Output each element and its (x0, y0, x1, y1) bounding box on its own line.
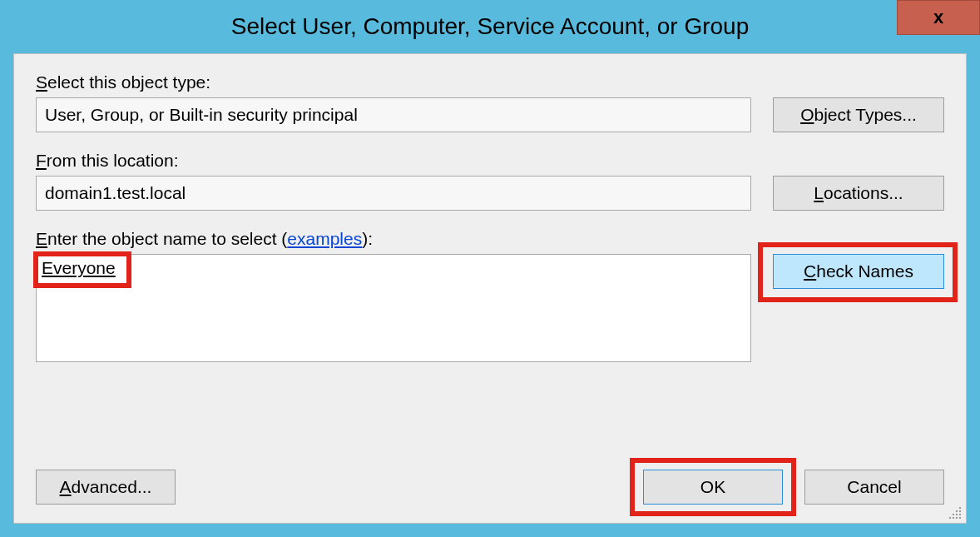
resize-gripper-icon[interactable] (948, 505, 963, 520)
svg-rect-5 (959, 514, 961, 515)
svg-rect-7 (953, 517, 954, 519)
mnemonic: O (800, 105, 814, 124)
mnemonic: C (804, 261, 816, 281)
client-area: Select this object type: User, Group, or… (13, 53, 967, 524)
svg-rect-1 (956, 510, 958, 512)
resolved-object-name: Everyone (42, 258, 116, 278)
window-title: Select User, Computer, Service Account, … (231, 13, 750, 40)
button-label: Cancel (847, 477, 901, 497)
mnemonic: S (36, 72, 47, 92)
object-type-value: User, Group, or Built-in security princi… (45, 105, 358, 125)
location-value: domain1.test.local (45, 183, 186, 203)
mnemonic: L (814, 183, 824, 202)
svg-rect-2 (959, 510, 961, 512)
locations-button[interactable]: Locations... (773, 176, 944, 211)
footer-row: Advanced... OK Cancel (36, 470, 944, 505)
mnemonic: F (36, 151, 47, 170)
ok-button[interactable]: OK (643, 470, 783, 505)
location-label: From this location: (36, 151, 944, 171)
label-text: ): (362, 229, 373, 248)
object-type-field: User, Group, or Built-in security princi… (36, 97, 751, 132)
object-name-label: Enter the object name to select (example… (36, 229, 944, 249)
label-text: nter the object name to select ( (47, 229, 287, 248)
label-text: elect this object type: (47, 72, 210, 92)
mnemonic: A (60, 477, 72, 496)
svg-rect-9 (959, 517, 961, 519)
object-name-input[interactable]: Everyone (36, 254, 751, 362)
titlebar: Select User, Computer, Service Account, … (0, 0, 980, 53)
svg-rect-3 (953, 514, 954, 515)
button-label: ocations... (824, 183, 903, 202)
examples-link[interactable]: examples (287, 229, 362, 248)
svg-rect-6 (949, 517, 951, 519)
label-text: rom this location: (47, 151, 179, 170)
svg-rect-0 (959, 507, 961, 509)
advanced-button[interactable]: Advanced... (36, 470, 176, 505)
cancel-button[interactable]: Cancel (804, 470, 944, 505)
button-label: bject Types... (814, 105, 916, 124)
svg-rect-4 (956, 514, 958, 515)
close-icon: x (933, 7, 943, 28)
svg-rect-8 (956, 517, 958, 519)
button-label: dvanced... (72, 477, 152, 496)
dialog-window: Select User, Computer, Service Account, … (0, 0, 980, 537)
close-button[interactable]: x (897, 0, 980, 35)
button-label: OK (700, 477, 725, 497)
location-field: domain1.test.local (36, 176, 751, 211)
mnemonic: E (36, 229, 47, 248)
object-type-label: Select this object type: (36, 72, 944, 92)
object-types-button[interactable]: Object Types... (773, 97, 944, 132)
check-names-button[interactable]: Check Names (773, 254, 944, 289)
button-label: heck Names (816, 261, 913, 281)
